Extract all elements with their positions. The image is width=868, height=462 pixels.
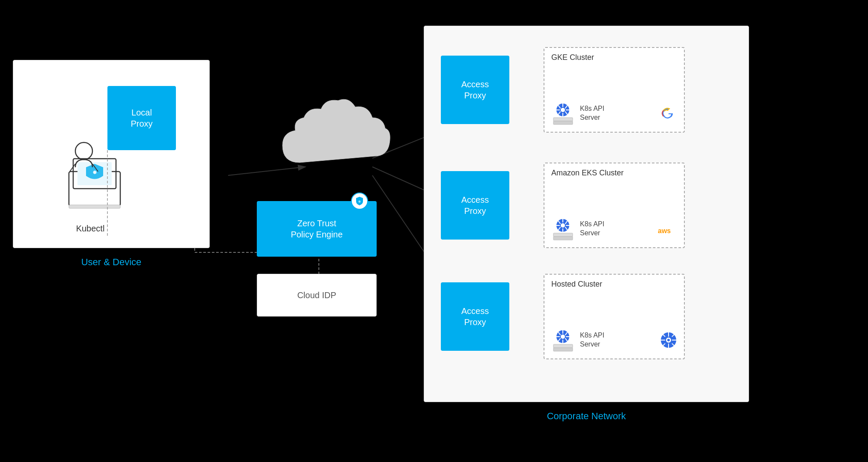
google-logo: [660, 105, 677, 125]
access-proxy-text-2: Access Proxy: [461, 194, 489, 216]
eks-k8s-server-text: K8s API Server: [580, 220, 604, 238]
svg-rect-18: [69, 205, 120, 208]
user-device-label: User & Device: [13, 257, 210, 268]
access-proxy-box-3: Access Proxy: [441, 282, 509, 351]
svg-text:⎈: ⎈: [358, 199, 361, 204]
k8s-server-icon-2: [551, 217, 575, 240]
svg-point-37: [561, 223, 565, 228]
access-proxy-text-3: Access Proxy: [461, 305, 489, 328]
svg-line-20: [70, 164, 75, 172]
local-proxy-box: Local Proxy: [107, 86, 176, 150]
svg-rect-46: [553, 233, 573, 237]
local-proxy-text: Local Proxy: [131, 107, 152, 129]
k8s-logo: [660, 332, 677, 352]
corporate-network-label: Corporate Network: [424, 411, 749, 422]
svg-rect-33: [553, 118, 573, 121]
hosted-k8s-server-text: K8s API Server: [580, 331, 604, 349]
hosted-cluster-title: Hosted Cluster: [551, 280, 602, 289]
hosted-cluster-box: Hosted Cluster K8s API Server: [544, 274, 685, 359]
svg-rect-34: [553, 121, 573, 124]
k8s-server-icon-1: [551, 101, 575, 125]
svg-rect-59: [553, 344, 573, 348]
svg-text:aws: aws: [658, 227, 671, 234]
eks-cluster-box: Amazon EKS Cluster K8s API Server aws: [544, 163, 685, 248]
cloud-idp-text: Cloud IDP: [297, 290, 336, 300]
zero-trust-text: Zero Trust Policy Engine: [291, 218, 342, 240]
k8s-server-icon-3: [551, 328, 575, 352]
aws-logo: aws: [656, 225, 677, 240]
user-device-box: ⎈ Kubectl Local Proxy: [13, 60, 210, 248]
dashed-connector-line: [107, 150, 108, 236]
svg-point-19: [75, 142, 92, 160]
cloud-idp-box: Cloud IDP: [257, 274, 377, 317]
eks-cluster-title: Amazon EKS Cluster: [551, 169, 624, 178]
svg-point-24: [561, 108, 565, 112]
svg-rect-47: [553, 237, 573, 240]
access-proxy-box-1: Access Proxy: [441, 56, 509, 124]
access-proxy-text-1: Access Proxy: [461, 79, 489, 101]
access-proxy-box-2: Access Proxy: [441, 171, 509, 240]
hosted-server-area: K8s API Server: [551, 328, 604, 352]
svg-rect-60: [553, 348, 573, 351]
gke-cluster-box: GKE Cluster K8s API Server: [544, 47, 685, 133]
kubectl-label: Kubectl: [48, 224, 133, 234]
eks-server-area: K8s API Server: [551, 217, 604, 240]
zero-trust-box: ⎈ Zero Trust Policy Engine: [257, 201, 377, 257]
svg-point-63: [667, 339, 670, 341]
gke-server-area: K8s API Server: [551, 101, 604, 125]
shield-icon: ⎈: [351, 192, 368, 210]
gke-cluster-title: GKE Cluster: [551, 53, 594, 62]
gke-k8s-server-text: K8s API Server: [580, 104, 604, 122]
svg-point-50: [561, 335, 565, 339]
cloud-shape: [274, 94, 394, 180]
